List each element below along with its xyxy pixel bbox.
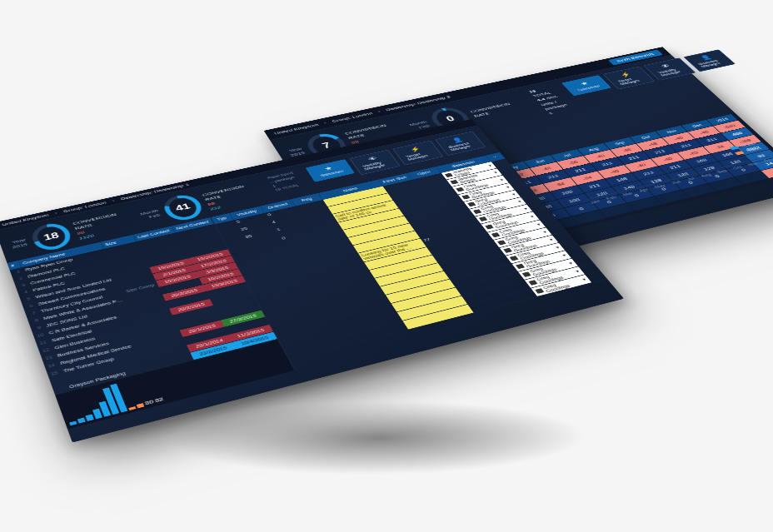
totals-block: 19 TOTAL 4.4 /ted. units / package s bbox=[527, 86, 572, 116]
crumb-sep: › bbox=[323, 121, 327, 125]
avatar-icon bbox=[503, 248, 512, 253]
bar-value: 82 bbox=[154, 396, 165, 404]
button-label: Target Manager bbox=[616, 75, 646, 86]
avatar-icon bbox=[510, 256, 519, 261]
avatar-icon bbox=[535, 288, 544, 294]
month-gauge: 41 bbox=[159, 192, 207, 223]
total-value-1: 19 bbox=[274, 187, 282, 191]
button-label: Salesman bbox=[576, 84, 601, 92]
chevron-down-icon: ▾ bbox=[555, 246, 561, 250]
chevron-down-icon: ▾ bbox=[523, 206, 529, 211]
avatar-icon bbox=[491, 232, 500, 237]
crumb-sep: › bbox=[54, 211, 58, 215]
avatar-icon bbox=[445, 173, 453, 177]
avatar-icon bbox=[479, 216, 487, 221]
business-manager-button[interactable]: 👤Business Manager bbox=[435, 132, 486, 156]
chevron-down-icon: ▾ bbox=[499, 178, 505, 182]
avatar-icon bbox=[516, 264, 525, 269]
chevron-down-icon: ▾ bbox=[530, 215, 536, 219]
row-index bbox=[50, 378, 64, 385]
crumb-sep: › bbox=[112, 198, 116, 202]
visibility-manager-button[interactable]: 👁Visibility Manager bbox=[349, 150, 400, 175]
row-index bbox=[53, 386, 67, 393]
avatar-icon bbox=[467, 202, 476, 207]
band-block: Fleet Band – package 1 19 TOTAL bbox=[267, 171, 302, 192]
axis-tick: Aug bbox=[700, 172, 720, 185]
legend-swatch-sales bbox=[735, 151, 745, 155]
axis-tick: Feb bbox=[606, 195, 625, 208]
button-label: Target Manager bbox=[405, 150, 435, 161]
chevron-down-icon: ▾ bbox=[506, 186, 511, 190]
chevron-down-icon: ▾ bbox=[575, 269, 581, 274]
chevron-down-icon: ▾ bbox=[549, 237, 555, 241]
total-label-2: /ted. units / package s bbox=[540, 95, 568, 116]
avatar-icon bbox=[450, 180, 458, 184]
star-icon: ★ bbox=[579, 81, 590, 87]
month-stats: CONVERSION RATE bbox=[469, 100, 522, 118]
button-label: Salesman bbox=[319, 169, 344, 177]
chevron-down-icon: ▾ bbox=[561, 253, 567, 257]
avatar-icon bbox=[497, 240, 506, 245]
chevron-down-icon: ▾ bbox=[487, 164, 493, 168]
salesman-button[interactable]: ★Salesman bbox=[306, 159, 355, 181]
month-gauge-value: 41 bbox=[174, 202, 192, 213]
axis-tick: Oct bbox=[732, 165, 751, 177]
chevron-down-icon: ▾ bbox=[517, 200, 523, 204]
chevron-down-icon: ▾ bbox=[568, 261, 574, 266]
chevron-down-icon: ▾ bbox=[542, 230, 548, 234]
year-gauge-value: 18 bbox=[42, 231, 61, 242]
legend-swatch-visits bbox=[729, 146, 739, 150]
chevron-down-icon: ▾ bbox=[581, 277, 588, 282]
chevron-down-icon: ▾ bbox=[493, 171, 499, 175]
target-manager-button[interactable]: ⚡Target Manager bbox=[392, 141, 443, 166]
avatar-icon bbox=[528, 280, 537, 286]
axis-tick: Mar bbox=[621, 191, 641, 205]
avatar-icon bbox=[461, 195, 470, 200]
axis-tick: Nov bbox=[746, 162, 766, 174]
rate-label: CONVERSION RATE bbox=[469, 100, 522, 118]
avatar-icon bbox=[456, 187, 464, 192]
avatar-icon bbox=[473, 209, 481, 214]
avatar-icon bbox=[485, 225, 493, 230]
button-label: Visibility Manager bbox=[657, 67, 687, 77]
chevron-down-icon: ▾ bbox=[511, 192, 517, 196]
axis-tick: Apr bbox=[638, 187, 656, 200]
button-label: Visibility Manager bbox=[362, 159, 391, 171]
crumb-sep: › bbox=[377, 110, 382, 114]
axis-tick: Sep bbox=[716, 169, 736, 181]
button-label: Business Manager bbox=[447, 141, 477, 152]
axis-tick: May bbox=[653, 183, 673, 196]
bar-value: 80 bbox=[144, 399, 155, 406]
star-icon: ★ bbox=[323, 166, 333, 172]
axis-tick: Dec bbox=[762, 157, 773, 170]
year-gauge: 18 bbox=[28, 221, 75, 253]
salesman-button[interactable]: ★Salesman bbox=[561, 75, 611, 96]
axis-tick: Jun bbox=[671, 180, 690, 192]
axis-tick: Jul bbox=[686, 177, 704, 189]
chevron-down-icon: ▾ bbox=[536, 222, 542, 226]
avatar-icon bbox=[522, 271, 531, 276]
